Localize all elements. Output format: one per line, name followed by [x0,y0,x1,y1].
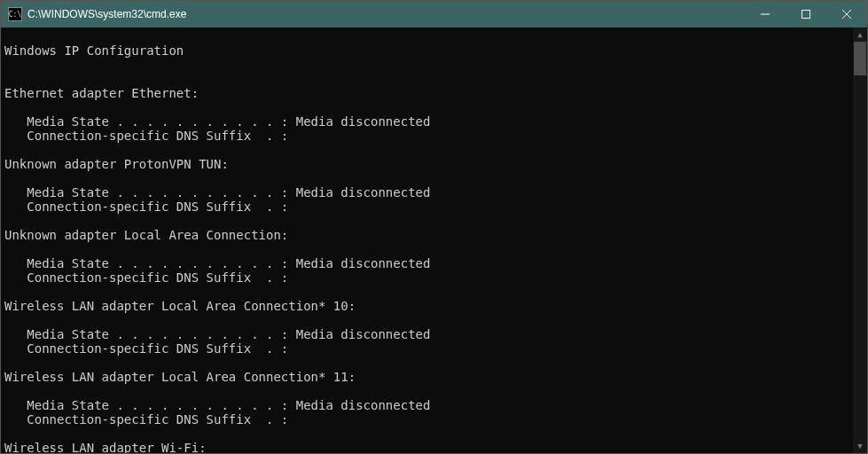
close-button[interactable] [826,1,867,27]
maximize-button[interactable] [786,1,826,27]
terminal-blank-line [4,313,849,327]
terminal-line: Unknown adapter ProtonVPN TUN: [4,157,849,171]
terminal-blank-line [4,384,849,398]
terminal-area: Windows IP ConfigurationEthernet adapter… [1,27,867,453]
scroll-up-arrow-icon[interactable]: ▲ [853,27,867,42]
cmd-icon: C:\ [8,7,22,21]
terminal-line: Media State . . . . . . . . . . . : Medi… [4,256,849,270]
terminal-blank-line [4,242,849,256]
cmd-window: C:\ C:\WINDOWS\system32\cmd.exe Windows … [0,0,868,454]
terminal-blank-line [4,58,849,72]
terminal-line: Connection-specific DNS Suffix . : [4,270,849,285]
terminal-line: Media State . . . . . . . . . . . : Medi… [4,114,849,129]
terminal-line: Connection-specific DNS Suffix . : [4,200,849,214]
svg-rect-1 [802,11,810,19]
terminal-blank-line [4,427,849,441]
terminal-line: Media State . . . . . . . . . . . : Medi… [4,327,849,341]
terminal-blank-line [4,356,849,370]
terminal-blank-line [4,72,849,86]
terminal-line: Wireless LAN adapter Wi-Fi: [4,441,849,453]
scroll-down-arrow-icon[interactable]: ▼ [853,439,867,453]
minimize-button[interactable] [745,1,786,27]
terminal-blank-line [4,214,849,228]
terminal-line: Media State . . . . . . . . . . . : Medi… [4,185,849,200]
terminal-line: Wireless LAN adapter Local Area Connecti… [4,370,849,384]
terminal-line: Ethernet adapter Ethernet: [4,86,849,100]
terminal-line: Connection-specific DNS Suffix . : [4,341,849,356]
terminal-line: Connection-specific DNS Suffix . : [4,129,849,143]
scroll-thumb[interactable] [854,42,866,75]
scrollbar-vertical[interactable]: ▲ ▼ [853,27,867,453]
terminal-line: Media State . . . . . . . . . . . : Medi… [4,398,849,412]
terminal-line: Unknown adapter Local Area Connection: [4,228,849,242]
terminal-line: Wireless LAN adapter Local Area Connecti… [4,299,849,313]
window-title: C:\WINDOWS\system32\cmd.exe [27,8,745,20]
terminal-line: Connection-specific DNS Suffix . : [4,412,849,427]
titlebar[interactable]: C:\ C:\WINDOWS\system32\cmd.exe [1,1,867,27]
window-controls [745,1,867,27]
terminal-blank-line [4,285,849,299]
terminal-blank-line [4,100,849,114]
terminal-blank-line [4,29,849,43]
terminal-blank-line [4,143,849,157]
terminal-blank-line [4,171,849,185]
terminal-line: Windows IP Configuration [4,43,849,58]
terminal-output[interactable]: Windows IP ConfigurationEthernet adapter… [1,27,853,453]
